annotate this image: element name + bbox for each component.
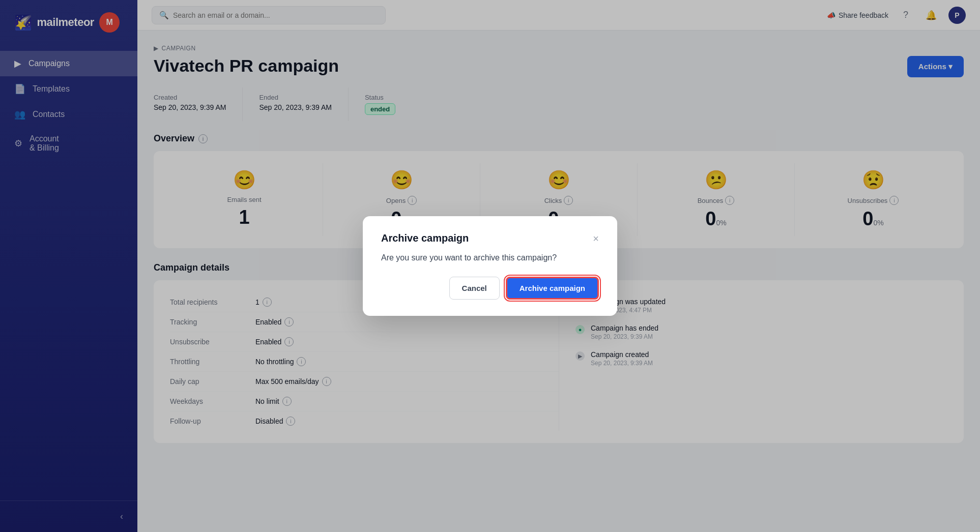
archive-modal: Archive campaign × Are you sure you want… — [363, 216, 617, 316]
modal-overlay[interactable]: Archive campaign × Are you sure you want… — [0, 0, 980, 532]
modal-header: Archive campaign × — [381, 232, 599, 244]
archive-confirm-button[interactable]: Archive campaign — [506, 277, 599, 300]
modal-close-button[interactable]: × — [593, 233, 599, 244]
modal-title: Archive campaign — [381, 232, 469, 244]
cancel-button[interactable]: Cancel — [449, 277, 500, 300]
modal-actions: Cancel Archive campaign — [381, 277, 599, 300]
modal-body: Are you sure you want to archive this ca… — [381, 253, 599, 262]
